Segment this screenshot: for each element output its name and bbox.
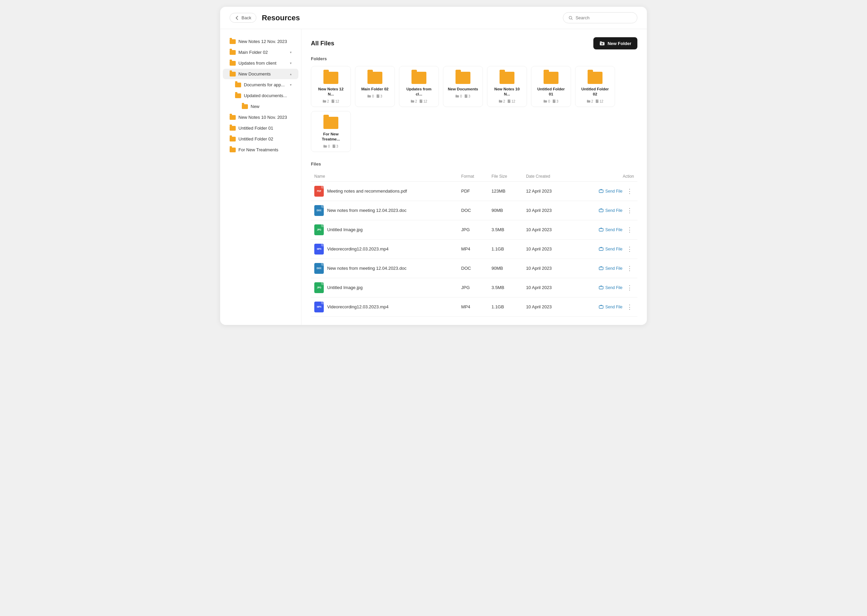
- sidebar-item-untitled-02[interactable]: Untitled Folder 02: [223, 134, 298, 144]
- file-action-cell: Send File ⋮: [573, 220, 637, 239]
- folder-icon: [230, 115, 236, 120]
- sidebar-item-new[interactable]: New: [236, 101, 298, 112]
- folder-card[interactable]: Untitled Folder 01 0 3: [531, 66, 571, 107]
- folder-card-icon: [323, 117, 338, 129]
- file-count: 3: [333, 145, 338, 148]
- folder-card[interactable]: Updates from cl... 2 12: [399, 66, 439, 107]
- sidebar-item-label: Untitled Folder 02: [238, 137, 273, 141]
- sidebar-item-label: Documents for app...: [244, 82, 285, 87]
- folder-count: 2: [499, 99, 505, 103]
- sidebar-item-updated-documents[interactable]: Updated documents...: [230, 90, 298, 101]
- sidebar-item-main-folder[interactable]: Main Folder 02 ▾: [223, 47, 298, 58]
- more-options-button[interactable]: ⋮: [625, 207, 634, 214]
- content-title: All Files: [311, 40, 334, 47]
- new-folder-button[interactable]: New Folder: [593, 37, 637, 49]
- svg-rect-20: [599, 190, 603, 193]
- sidebar-item-documents-app[interactable]: Documents for app... ▾: [230, 80, 298, 90]
- svg-rect-4: [323, 101, 326, 103]
- table-row: JPG Untitled Image.jpg JPG 3.5MB 10 Apri…: [311, 278, 637, 297]
- folder-card-icon: [367, 72, 382, 84]
- folder-card[interactable]: Main Folder 02 0 3: [355, 66, 395, 107]
- file-count: 3: [377, 94, 382, 98]
- file-format: MP4: [458, 239, 488, 259]
- sidebar-item-label: Updates from client: [238, 61, 276, 66]
- more-options-button[interactable]: ⋮: [625, 245, 634, 253]
- back-button[interactable]: Back: [230, 13, 256, 23]
- file-name: Untitled Image.jpg: [327, 227, 363, 232]
- folder-count: 0: [323, 145, 330, 148]
- folder-card-icon: [411, 72, 426, 84]
- svg-rect-10: [456, 96, 459, 98]
- folder-card[interactable]: New Notes 12 N... 2 12: [311, 66, 351, 107]
- file-date: 10 April 2023: [522, 259, 573, 278]
- folder-card[interactable]: For New Treatme... 0 3: [311, 111, 351, 152]
- folder-icon: [230, 148, 236, 152]
- file-name: New notes from meeting 12.04.2023.doc: [327, 266, 406, 271]
- file-name-cell: JPG Untitled Image.jpg: [311, 220, 458, 239]
- folder-card-meta: 2 12: [499, 99, 516, 103]
- table-row: MP4 Videorecording12.03.2023.mp4 MP4 1.1…: [311, 297, 637, 316]
- folder-card[interactable]: New Documents 0 3: [443, 66, 483, 107]
- files-section-label: Files: [311, 162, 637, 167]
- folder-count: 2: [323, 99, 329, 103]
- folder-card-name: Untitled Folder 02: [579, 86, 611, 97]
- more-options-button[interactable]: ⋮: [625, 303, 634, 311]
- sidebar-item-label: Main Folder 02: [238, 50, 268, 55]
- folder-plus-icon: [600, 41, 605, 46]
- folder-card-icon: [456, 72, 470, 84]
- send-file-button[interactable]: Send File: [599, 228, 623, 232]
- svg-rect-12: [499, 101, 502, 103]
- folder-card-name: Updates from cl...: [403, 86, 434, 97]
- send-file-button[interactable]: Send File: [599, 285, 623, 290]
- folder-icon: [242, 104, 248, 109]
- folder-card[interactable]: Untitled Folder 02 2 12: [575, 66, 615, 107]
- folders-section-label: Folders: [311, 56, 637, 61]
- send-file-icon: [599, 266, 604, 271]
- file-action-cell: Send File ⋮: [573, 201, 637, 220]
- send-file-icon: [599, 228, 604, 232]
- col-action: Action: [573, 171, 637, 182]
- more-options-button[interactable]: ⋮: [625, 284, 634, 291]
- folder-count: 2: [411, 99, 417, 103]
- sidebar-item-new-notes[interactable]: New Notes 12 Nov. 2023: [223, 36, 298, 47]
- send-file-icon: [599, 208, 604, 213]
- col-date: Date Created: [522, 171, 573, 182]
- more-options-button[interactable]: ⋮: [625, 226, 634, 234]
- more-options-button[interactable]: ⋮: [625, 265, 634, 272]
- file-action-cell: Send File ⋮: [573, 181, 637, 201]
- file-count: 12: [420, 99, 427, 103]
- send-file-button[interactable]: Send File: [599, 247, 623, 251]
- sidebar-item-label: Untitled Folder 01: [238, 126, 273, 130]
- new-folder-label: New Folder: [607, 41, 631, 46]
- send-file-icon: [599, 247, 604, 251]
- svg-rect-23: [599, 248, 603, 250]
- more-options-button[interactable]: ⋮: [625, 187, 634, 195]
- sidebar-item-for-new-treatments[interactable]: For New Treatments: [223, 145, 298, 155]
- search-box: [563, 12, 637, 24]
- send-file-button[interactable]: Send File: [599, 208, 623, 213]
- folder-card[interactable]: New Notes 10 N... 2 12: [487, 66, 527, 107]
- send-file-button[interactable]: Send File: [599, 305, 623, 310]
- file-size: 1.1GB: [488, 239, 522, 259]
- sidebar-item-new-documents[interactable]: New Documents ▴: [223, 69, 298, 79]
- file-name: New notes from meeting 12.04.2023.doc: [327, 208, 406, 213]
- svg-rect-18: [323, 146, 327, 148]
- file-count: 3: [553, 99, 559, 103]
- sidebar-sub-group-2: New: [220, 101, 301, 112]
- file-count: 3: [465, 94, 470, 98]
- send-file-button[interactable]: Send File: [599, 189, 623, 193]
- svg-rect-25: [599, 286, 603, 289]
- sidebar-item-new-notes-10[interactable]: New Notes 10 Nov. 2023: [223, 112, 298, 123]
- svg-rect-26: [599, 306, 603, 308]
- folder-card-icon: [500, 72, 515, 84]
- folder-card-name: New Documents: [448, 86, 478, 92]
- sidebar-item-updates[interactable]: Updates from client ▾: [223, 58, 298, 68]
- folder-card-meta: 0 3: [456, 94, 470, 98]
- sidebar-item-untitled-01[interactable]: Untitled Folder 01: [223, 123, 298, 134]
- file-type-icon: PDF: [314, 186, 324, 196]
- search-input[interactable]: [575, 15, 632, 20]
- file-size: 3.5MB: [488, 220, 522, 239]
- svg-rect-22: [599, 228, 603, 231]
- send-file-button[interactable]: Send File: [599, 266, 623, 271]
- folder-card-name: For New Treatme...: [315, 132, 346, 142]
